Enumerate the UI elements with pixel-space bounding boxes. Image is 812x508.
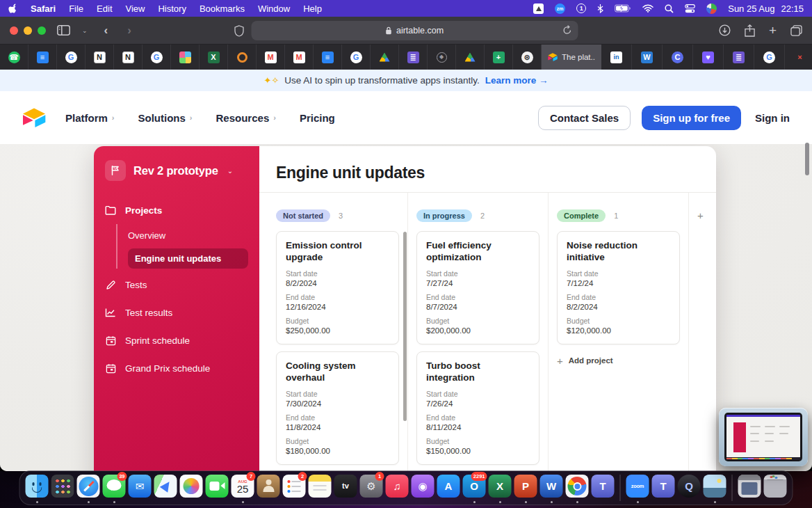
pinned-tab-red-x[interactable]: ×: [785, 45, 812, 70]
pinned-tab-notion[interactable]: N: [86, 45, 114, 70]
pinned-tab-color-grid[interactable]: [171, 45, 200, 70]
pinned-tab-chatgpt[interactable]: ⊛: [513, 45, 542, 70]
zoom-window-button[interactable]: [38, 26, 46, 35]
dock-powerpoint[interactable]: P: [514, 471, 538, 505]
app-window-icon[interactable]: [533, 3, 544, 14]
menu-history[interactable]: History: [158, 3, 186, 14]
dock-preview-image[interactable]: [703, 471, 727, 505]
battery-charging-icon[interactable]: [615, 3, 631, 14]
contact-sales-button[interactable]: Contact Sales: [538, 106, 631, 130]
pinned-tab-notion[interactable]: N: [114, 45, 143, 70]
dock-trash[interactable]: [763, 471, 788, 505]
menu-safari[interactable]: Safari: [31, 3, 56, 14]
sidebar-item-overview[interactable]: Overview: [128, 224, 248, 246]
workspace-switcher[interactable]: Rev 2 prototype ⌄: [105, 160, 248, 181]
project-card-fuel-efficiency-optimization[interactable]: Fuel efficiency optimizationStart date7/…: [416, 231, 539, 344]
screen-mirror-preview[interactable]: [719, 408, 808, 466]
pinned-tab-google[interactable]: G: [143, 45, 171, 70]
nav-item-solutions[interactable]: Solutions›: [138, 112, 193, 124]
pinned-tab-word-web[interactable]: W: [632, 45, 663, 70]
dock-excel[interactable]: X: [488, 471, 512, 505]
menubar-clock[interactable]: Sun 25 Aug 22:15: [728, 3, 804, 14]
dock-music[interactable]: ♫: [385, 471, 409, 505]
pinned-tab-google[interactable]: G: [754, 45, 785, 70]
pinned-tab-google[interactable]: G: [57, 45, 86, 70]
one-password-icon[interactable]: 1: [576, 3, 586, 13]
back-button[interactable]: ‹: [104, 24, 108, 36]
dock-podcasts[interactable]: ◉: [411, 471, 435, 505]
sidebar-item-grand-prix-schedule[interactable]: Grand Prix schedule: [105, 354, 248, 382]
sidebar-item-test-results[interactable]: Test results: [105, 299, 248, 326]
new-tab-icon[interactable]: +: [769, 24, 777, 37]
signup-button[interactable]: Sign up for free: [642, 106, 741, 130]
pinned-tab-google-drive[interactable]: [456, 45, 485, 70]
pinned-tab-google-docs[interactable]: ≡: [314, 45, 342, 70]
airtable-logo[interactable]: [22, 108, 46, 127]
dock-calendar[interactable]: AUG257: [231, 471, 255, 505]
project-card-turbo-boost-integration[interactable]: Turbo boost integrationStart date7/26/24…: [416, 351, 539, 465]
bluetooth-icon[interactable]: [597, 3, 603, 14]
pinned-tab-google-drive[interactable]: [371, 45, 399, 70]
project-card-emission-control-upgrade[interactable]: Emission control upgradeStart date8/2/20…: [276, 231, 399, 344]
status-pill-in-progress[interactable]: In progress: [416, 209, 472, 222]
dock-apple-tv[interactable]: tv: [334, 471, 358, 505]
pinned-tab-gmail[interactable]: M: [257, 45, 285, 70]
nav-item-pricing[interactable]: Pricing: [300, 112, 335, 124]
dock-maps[interactable]: [154, 471, 178, 505]
siri-sphere-icon[interactable]: [706, 3, 717, 14]
pinned-tab-excel-web[interactable]: X: [200, 45, 228, 70]
nav-item-platform[interactable]: Platform›: [65, 112, 115, 124]
menu-window[interactable]: Window: [258, 3, 290, 14]
dock-app-store[interactable]: A: [437, 471, 461, 505]
spotlight-search-icon[interactable]: [665, 3, 674, 14]
dock-launchpad[interactable]: [51, 471, 75, 505]
signin-link[interactable]: Sign in: [755, 112, 790, 124]
add-project-button[interactable]: +Add project: [557, 355, 680, 367]
reload-icon[interactable]: [563, 25, 572, 35]
pinned-tab-google-docs[interactable]: ≡: [29, 45, 57, 70]
dock-facetime[interactable]: [205, 471, 229, 505]
dock-system-settings[interactable]: ⚙1: [359, 471, 384, 505]
pinned-tab-gmail[interactable]: M: [285, 45, 314, 70]
active-tab-airtable[interactable]: The plat...: [542, 45, 601, 70]
menu-view[interactable]: View: [126, 3, 145, 14]
dock-word[interactable]: W: [539, 471, 564, 505]
privacy-shield-icon[interactable]: [234, 25, 245, 37]
sidebar-item-tests[interactable]: Tests: [105, 271, 248, 299]
minimize-window-button[interactable]: [24, 26, 32, 35]
menu-file[interactable]: File: [69, 3, 83, 14]
address-bar[interactable]: airtable.com: [252, 21, 578, 40]
dock-zoom[interactable]: zoom: [626, 471, 650, 505]
control-center-icon[interactable]: [685, 3, 695, 14]
tab-overview-icon[interactable]: [790, 25, 802, 36]
dock-finder[interactable]: [25, 471, 49, 505]
share-icon[interactable]: [745, 24, 755, 37]
dock-quicktime[interactable]: Q: [677, 471, 701, 505]
zoom-menubar-icon[interactable]: zm: [555, 3, 565, 14]
dock-messages[interactable]: 39: [102, 471, 127, 505]
pinned-tab-linkedin[interactable]: in: [601, 45, 632, 70]
apple-logo-icon[interactable]: [8, 3, 17, 14]
pinned-tab-green-plus[interactable]: +: [485, 45, 513, 70]
pinned-tab-whatsapp[interactable]: ☎: [0, 45, 29, 70]
sidebar-item-projects[interactable]: Projects: [105, 196, 248, 224]
dock-outlook[interactable]: O2291: [462, 471, 487, 505]
forward-button[interactable]: ›: [127, 24, 131, 36]
pinned-tab-purple-notes[interactable]: ≣: [399, 45, 428, 70]
status-pill-complete[interactable]: Complete: [557, 209, 606, 222]
dock-reminders[interactable]: 2: [282, 471, 307, 505]
nav-item-resources[interactable]: Resources›: [216, 112, 276, 124]
dock-mail[interactable]: ✉: [128, 471, 152, 505]
sidebar-item-sprint-schedule[interactable]: Sprint schedule: [105, 326, 248, 354]
project-card-cooling-system-overhaul[interactable]: Cooling system overhaulStart date7/30/20…: [276, 351, 399, 465]
dock-safari[interactable]: [76, 471, 101, 505]
page-scrollbar[interactable]: [805, 143, 809, 175]
learn-more-link[interactable]: Learn more →: [485, 75, 549, 86]
sidebar-item-engine-unit-updates[interactable]: Engine unit updates: [128, 248, 248, 269]
pinned-tab-purple-notes[interactable]: ≣: [724, 45, 754, 70]
downloads-icon[interactable]: [719, 24, 731, 36]
dock-notes[interactable]: [308, 471, 332, 505]
pinned-tab-compass[interactable]: ◆: [428, 45, 456, 70]
dock-teams-classic[interactable]: T: [651, 471, 676, 505]
project-card-noise-reduction-initiative[interactable]: Noise reduction initiativeStart date7/12…: [557, 231, 680, 344]
